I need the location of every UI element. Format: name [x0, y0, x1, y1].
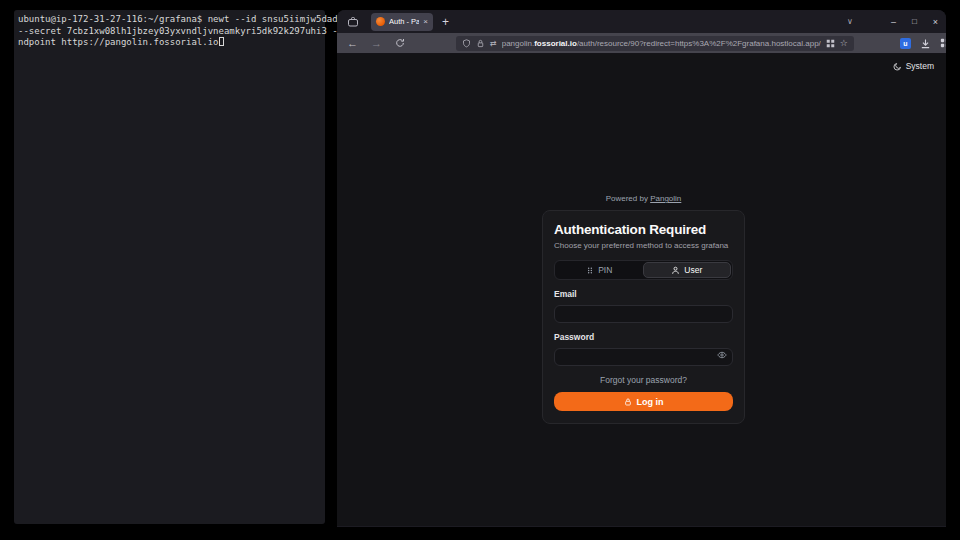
password-field-wrap [554, 346, 733, 366]
email-input[interactable] [554, 305, 733, 323]
page-actions-grid-icon[interactable] [826, 39, 835, 48]
tab-title: Auth - Pangolin [389, 17, 419, 26]
card-subtitle: Choose your preferred method to access g… [554, 241, 733, 250]
theme-toggle[interactable]: System [893, 61, 934, 71]
powered-by: Powered by Pangolin [542, 194, 745, 203]
pangolin-link[interactable]: Pangolin [650, 194, 681, 203]
moon-icon [893, 62, 902, 71]
tab-bar: Auth - Pangolin × + ∨ – □ × [337, 10, 946, 33]
button-lock-icon [624, 398, 632, 406]
tab-pin[interactable]: PIN [556, 262, 643, 278]
lock-icon[interactable] [476, 39, 485, 48]
toolbar-extensions: u ◎ ≡ [900, 37, 946, 49]
tab-user[interactable]: User [643, 262, 732, 278]
url-domain: fossorial.io [534, 39, 577, 48]
ublock-letter: u [903, 40, 907, 47]
login-button-label: Log in [637, 397, 664, 407]
bookmark-star-icon[interactable]: ☆ [840, 38, 848, 48]
auth-column: Powered by Pangolin Authentication Requi… [542, 194, 745, 424]
terminal-window[interactable]: ubuntu@ip-172-31-27-116:~/grafana$ newt … [14, 10, 325, 524]
login-button[interactable]: Log in [554, 392, 733, 411]
password-input[interactable] [554, 348, 733, 366]
desktop: ubuntu@ip-172-31-27-116:~/grafana$ newt … [0, 0, 960, 540]
email-label: Email [554, 289, 733, 299]
browser-window: Auth - Pangolin × + ∨ – □ × ← → [337, 10, 946, 527]
reload-button[interactable] [395, 38, 405, 48]
url-domain-prefix: pangolin. [502, 39, 534, 48]
forgot-password-link[interactable]: Forgot your password? [554, 375, 733, 385]
shield-icon[interactable] [462, 39, 471, 48]
close-window-button[interactable]: × [933, 17, 938, 27]
browser-tab[interactable]: Auth - Pangolin × [371, 13, 433, 31]
swap-arrows-icon[interactable]: ⇄ [490, 39, 497, 48]
tab-user-label: User [684, 265, 702, 275]
auth-card: Authentication Required Choose your pref… [542, 210, 745, 424]
password-label: Password [554, 332, 733, 342]
back-button[interactable]: ← [347, 37, 358, 49]
keypad-icon [586, 266, 594, 275]
navigation-toolbar: ← → ⇄ pangolin.fossorial.io/auth/resourc… [337, 33, 946, 54]
auth-method-tabs: PIN User [554, 260, 733, 280]
terminal-line: --secret 7cbz1xw08lh1jbzey03yxvndljvneam… [18, 26, 349, 36]
terminal-line: ndpoint https://pangolin.fossorial.io [18, 37, 218, 47]
maximize-button[interactable]: □ [912, 17, 917, 26]
downloads-icon[interactable] [920, 38, 931, 49]
card-title: Authentication Required [554, 222, 733, 237]
url-text[interactable]: pangolin.fossorial.io/auth/resource/90?r… [502, 39, 821, 48]
tab-list-chevron-icon[interactable]: ∨ [847, 17, 853, 26]
address-bar[interactable]: ⇄ pangolin.fossorial.io/auth/resource/90… [456, 36, 854, 51]
user-icon [671, 266, 680, 275]
eye-icon[interactable] [717, 350, 727, 360]
new-tab-button[interactable]: + [442, 15, 449, 29]
tab-close-icon[interactable]: × [423, 17, 428, 26]
terminal-line: ubuntu@ip-172-31-27-116:~/grafana$ newt … [18, 14, 343, 24]
ublock-extension-icon[interactable]: u [900, 38, 911, 49]
forward-button[interactable]: → [371, 37, 382, 49]
minimize-button[interactable]: – [891, 17, 896, 27]
pangolin-favicon-icon [376, 17, 385, 26]
extension-grid-icon[interactable] [940, 38, 946, 48]
theme-label: System [906, 61, 934, 71]
firefox-view-icon[interactable] [347, 16, 359, 28]
terminal-cursor [219, 37, 224, 46]
page-content: System Powered by Pangolin Authenticatio… [337, 54, 946, 526]
email-field-wrap [554, 303, 733, 323]
powered-by-text: Powered by [606, 194, 648, 203]
url-path: /auth/resource/90?redirect=https%3A%2F%2… [577, 39, 821, 48]
tab-pin-label: PIN [598, 265, 612, 275]
